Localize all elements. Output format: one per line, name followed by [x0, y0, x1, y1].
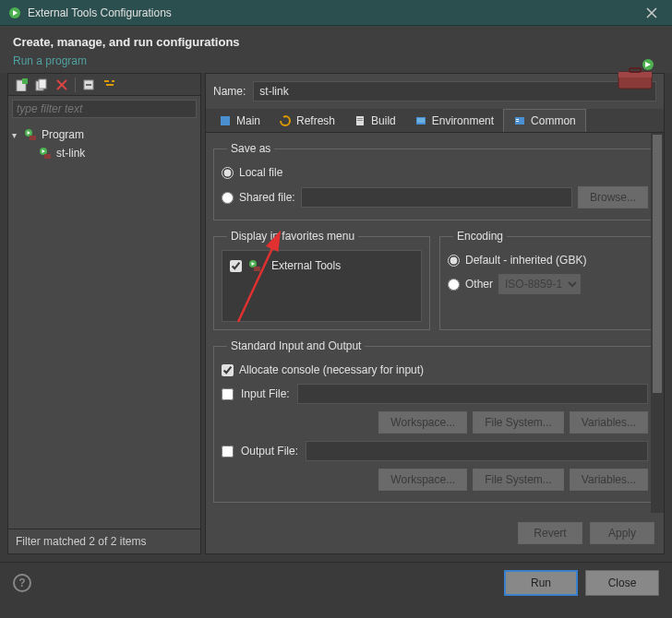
name-input[interactable] [253, 81, 656, 101]
io-legend: Standard Input and Output [227, 339, 365, 352]
external-tools-icon [247, 258, 262, 273]
filter-input[interactable] [12, 100, 197, 118]
environment-tab-icon [414, 114, 427, 127]
left-toolbar [8, 74, 200, 96]
favorites-group: Display in favorites menu External Tools [213, 230, 430, 330]
header: Create, manage, and run configurations R… [0, 26, 672, 73]
svg-rect-14 [221, 116, 230, 125]
tab-environment[interactable]: Environment [405, 109, 503, 132]
header-title: Create, manage, and run configurations [13, 35, 659, 49]
io-group: Standard Input and Output Allocate conso… [213, 339, 656, 503]
run-button[interactable]: Run [504, 570, 578, 596]
tab-build[interactable]: Build [344, 109, 405, 132]
local-file-radio[interactable] [222, 167, 234, 179]
main-tab-icon [219, 114, 232, 127]
encoding-default-label: Default - inherited (GBK) [465, 254, 586, 267]
save-as-legend: Save as [227, 142, 274, 155]
svg-rect-19 [417, 118, 425, 123]
header-subtitle: Run a program [13, 54, 659, 67]
right-panel: Name: Main Refresh Build Environment [205, 73, 665, 554]
tab-refresh[interactable]: Refresh [270, 109, 344, 132]
input-file-label: Input File: [241, 387, 290, 400]
close-icon[interactable] [639, 0, 665, 26]
tab-common[interactable]: Common [503, 109, 586, 132]
svg-rect-24 [254, 267, 260, 271]
toolbar-separator [75, 77, 76, 92]
encoding-default-radio[interactable] [448, 255, 460, 267]
shared-file-radio[interactable] [222, 192, 234, 204]
tree-expand-icon[interactable]: ▾ [12, 130, 23, 140]
svg-rect-16 [357, 118, 363, 119]
output-file-input [306, 441, 648, 461]
shared-file-input [301, 187, 572, 208]
revert-button: Revert [518, 522, 582, 544]
program-icon [38, 146, 53, 160]
encoding-legend: Encoding [453, 230, 507, 243]
input-file-input [297, 384, 648, 404]
config-tree: ▾ Program st-link [8, 122, 200, 529]
output-filesystem-button: File System... [473, 469, 564, 491]
build-tab-icon [354, 114, 366, 127]
new-config-icon[interactable] [12, 76, 30, 94]
tab-content-common: Save as Local file Shared file: Browse..… [206, 133, 664, 513]
name-row: Name: [206, 74, 664, 109]
vertical-scrollbar[interactable] [651, 133, 664, 513]
svg-rect-4 [630, 68, 641, 72]
output-variables-button: Variables... [570, 469, 648, 491]
input-file-checkbox[interactable] [222, 388, 234, 400]
encoding-other-radio[interactable] [448, 279, 460, 291]
output-file-checkbox[interactable] [222, 446, 234, 458]
local-file-label: Local file [239, 166, 282, 179]
svg-rect-17 [357, 120, 363, 121]
tabs: Main Refresh Build Environment Common [206, 109, 664, 133]
browse-button: Browse... [578, 186, 648, 208]
encoding-select: ISO-8859-1 [498, 274, 581, 294]
program-icon [23, 127, 38, 142]
help-icon[interactable]: ? [13, 574, 31, 592]
tab-main[interactable]: Main [210, 109, 270, 132]
encoding-other-label: Other [465, 278, 493, 291]
collapse-all-icon[interactable] [79, 76, 98, 94]
svg-rect-13 [44, 154, 51, 159]
tree-root-program[interactable]: ▾ Program [12, 125, 197, 144]
main-content: ▾ Program st-link Filter matched 2 of 2 … [0, 73, 672, 562]
input-filesystem-button: File System... [473, 411, 564, 434]
tree-child-label: st-link [56, 147, 85, 160]
duplicate-icon[interactable] [32, 76, 51, 94]
refresh-tab-icon [279, 114, 292, 127]
output-workspace-button: Workspace... [378, 469, 467, 491]
header-toolbox-icon [615, 59, 655, 93]
common-tab-icon [513, 114, 526, 127]
footer: ? Run Close [0, 562, 672, 603]
shared-file-label: Shared file: [239, 191, 295, 204]
window-title: External Tools Configurations [28, 6, 639, 19]
favorites-legend: Display in favorites menu [227, 230, 358, 243]
app-icon [7, 6, 22, 20]
apply-button: Apply [590, 522, 654, 544]
svg-rect-11 [30, 136, 36, 140]
close-button[interactable]: Close [585, 570, 659, 596]
tree-item-stlink[interactable]: st-link [12, 144, 197, 162]
external-tools-label: External Tools [271, 259, 341, 272]
allocate-console-label: Allocate console (necessary for input) [239, 363, 424, 376]
encoding-group: Encoding Default - inherited (GBK) Other… [439, 230, 656, 330]
filter-icon[interactable] [100, 76, 118, 94]
tree-root-label: Program [42, 128, 84, 141]
save-as-group: Save as Local file Shared file: Browse..… [213, 142, 656, 220]
allocate-console-checkbox[interactable] [222, 364, 234, 376]
output-file-label: Output File: [241, 445, 298, 458]
svg-rect-8 [39, 79, 46, 89]
panel-actions: Revert Apply [206, 513, 664, 553]
name-label: Name: [213, 85, 246, 98]
svg-rect-21 [516, 119, 519, 120]
input-workspace-button: Workspace... [378, 411, 467, 434]
svg-rect-6 [22, 78, 28, 84]
input-variables-button: Variables... [570, 411, 648, 434]
svg-rect-22 [516, 121, 519, 122]
filter-status: Filter matched 2 of 2 items [8, 529, 200, 553]
titlebar: External Tools Configurations [0, 0, 672, 26]
external-tools-checkbox[interactable] [230, 260, 242, 272]
delete-icon[interactable] [53, 76, 71, 94]
left-panel: ▾ Program st-link Filter matched 2 of 2 … [7, 73, 201, 554]
scrollbar-thumb[interactable] [653, 135, 662, 393]
